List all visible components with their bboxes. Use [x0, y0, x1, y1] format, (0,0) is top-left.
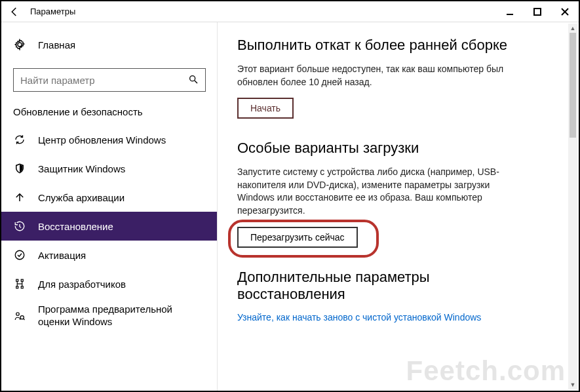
svg-point-15: [20, 316, 24, 319]
scroll-thumb[interactable]: [570, 33, 576, 138]
maximize-icon: [533, 8, 541, 16]
maximize-button[interactable]: [524, 1, 551, 22]
sidebar-item-label: Центр обновления Windows: [38, 134, 166, 146]
sidebar: Главная Обновление и безопасность Центр …: [1, 22, 218, 391]
arrow-left-icon: [9, 6, 20, 18]
developer-icon: [13, 277, 26, 290]
sidebar-item-developers[interactable]: Для разработчиков: [1, 269, 218, 298]
window-body: Главная Обновление и безопасность Центр …: [1, 22, 579, 391]
titlebar: Параметры: [1, 1, 579, 22]
window-controls: [496, 1, 579, 22]
watermark: Feetch.com: [406, 355, 566, 387]
close-icon: [561, 8, 569, 16]
settings-window: Параметры Главная Обновление и безопа: [0, 0, 580, 392]
shield-icon: [13, 162, 26, 175]
search-box[interactable]: [13, 68, 206, 92]
sidebar-category: Обновление и безопасность: [1, 101, 218, 125]
scrollbar[interactable]: ▲ ▼: [568, 24, 577, 389]
sidebar-item-label: Служба архивации: [38, 192, 125, 203]
svg-rect-8: [21, 279, 23, 281]
svg-line-16: [24, 319, 25, 320]
section-title: Дополнительные параметры восстановления: [237, 269, 473, 303]
section-advanced-startup: Особые варианты загрузки Запустите систе…: [237, 140, 559, 247]
scroll-down-icon[interactable]: ▼: [568, 380, 577, 389]
fresh-start-link[interactable]: Узнайте, как начать заново с чистой уста…: [237, 312, 559, 323]
section-title: Особые варианты загрузки: [237, 140, 559, 157]
sidebar-item-recovery[interactable]: Восстановление: [1, 212, 218, 241]
sidebar-home-label: Главная: [38, 39, 75, 50]
content-panel: Выполнить откат к более ранней сборке Эт…: [218, 22, 579, 391]
section-description: Запустите систему с устройства либо диск…: [237, 166, 526, 217]
section-rollback: Выполнить откат к более ранней сборке Эт…: [237, 37, 559, 119]
sidebar-item-label: Защитник Windows: [38, 163, 125, 174]
sidebar-item-label: Активация: [38, 250, 86, 261]
gear-icon: [13, 38, 26, 51]
sidebar-item-label: Для разработчиков: [38, 279, 126, 290]
sidebar-item-update-center[interactable]: Центр обновления Windows: [1, 125, 218, 154]
insider-icon: [13, 309, 26, 323]
sidebar-item-label: Восстановление: [38, 221, 113, 232]
section-more-recovery: Дополнительные параметры восстановления …: [237, 269, 559, 323]
minimize-icon: [506, 8, 514, 16]
scroll-up-icon[interactable]: ▲: [568, 24, 577, 33]
sidebar-item-backup[interactable]: Служба архивации: [1, 183, 218, 212]
sidebar-home[interactable]: Главная: [1, 31, 218, 58]
sidebar-item-insider[interactable]: Программа предварительной оценки Windows: [1, 298, 218, 334]
check-circle-icon: [13, 248, 26, 262]
arrow-up-icon: [13, 191, 26, 204]
close-button[interactable]: [551, 1, 579, 22]
sidebar-item-defender[interactable]: Защитник Windows: [1, 154, 218, 183]
svg-point-6: [15, 250, 24, 260]
svg-line-5: [195, 81, 197, 83]
back-button[interactable]: [1, 1, 28, 22]
restart-now-button[interactable]: Перезагрузить сейчас: [237, 227, 358, 248]
sidebar-item-activation[interactable]: Активация: [1, 241, 218, 269]
minimize-button[interactable]: [496, 1, 524, 22]
section-description: Этот вариант больше недоступен, так как …: [237, 63, 526, 88]
history-icon: [13, 220, 26, 233]
sidebar-item-label: Программа предварительной оценки Windows: [38, 304, 206, 328]
svg-point-14: [16, 313, 20, 316]
window-title: Параметры: [28, 7, 496, 16]
svg-rect-9: [16, 286, 18, 288]
section-title: Выполнить откат к более ранней сборке: [237, 37, 559, 54]
svg-rect-10: [21, 286, 23, 288]
start-button[interactable]: Начать: [237, 98, 294, 119]
svg-point-4: [190, 75, 195, 81]
svg-rect-1: [534, 9, 541, 15]
sync-icon: [13, 133, 26, 146]
search-input[interactable]: [20, 75, 172, 86]
svg-rect-7: [16, 279, 18, 281]
search-icon: [188, 74, 199, 87]
